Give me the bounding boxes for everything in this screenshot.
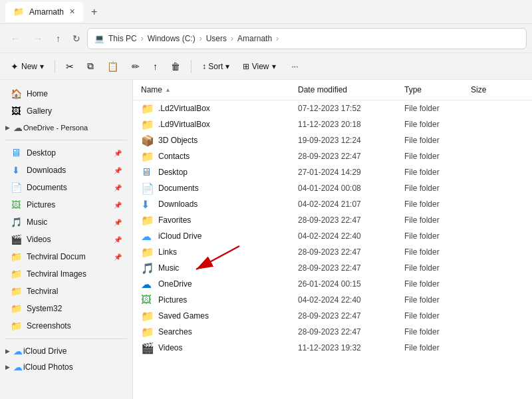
file-date-text: 28-09-2023 22:47: [298, 215, 404, 225]
sidebar-techviral-label: Techviral: [27, 287, 122, 296]
col-date-header[interactable]: Date modified: [298, 82, 404, 97]
more-icon: ···: [292, 62, 299, 71]
cut-button[interactable]: ✂: [61, 58, 79, 75]
file-date-text: 04-02-2024 22:40: [298, 231, 404, 241]
table-row[interactable]: 🎵 Music 28-09-2023 22:47 File folder: [133, 260, 532, 276]
file-name-text: Downloads: [158, 200, 198, 209]
table-row[interactable]: 📦 3D Objects 19-09-2023 12:24 File folde…: [133, 132, 532, 148]
file-type-icon: 📁: [141, 310, 153, 322]
file-type-text: File folder: [404, 136, 471, 145]
sidebar-divider-1: [5, 140, 127, 140]
delete-button[interactable]: 🗑: [166, 58, 186, 75]
file-type-text: File folder: [404, 343, 471, 352]
icloud-photos-expand-icon: ▶: [5, 364, 10, 370]
sidebar-gallery-label: Gallery: [27, 106, 122, 116]
sort-button[interactable]: ↕ Sort ▾: [197, 59, 235, 74]
table-row[interactable]: 📄 Documents 04-01-2024 00:08 File folder: [133, 180, 532, 196]
up-button[interactable]: ↑: [51, 29, 66, 48]
sidebar-home-label: Home: [27, 89, 122, 98]
file-name-text: Videos: [158, 343, 182, 352]
table-row[interactable]: 🖼 Pictures 04-02-2024 22:40 File folder: [133, 292, 532, 308]
file-type-text: File folder: [404, 152, 471, 161]
table-row[interactable]: 📁 .Ld9VirtualBox 11-12-2023 20:18 File f…: [133, 116, 532, 132]
icloud-drive-icon: ☁: [13, 346, 23, 356]
refresh-button[interactable]: ↻: [68, 29, 84, 48]
sidebar-item-documents[interactable]: 📄 Documents 📌: [3, 179, 130, 196]
toolbar-separator-1: [55, 60, 55, 73]
active-tab[interactable]: 📁 Amarnath ✕: [5, 2, 83, 22]
view-button[interactable]: ⊞ View ▾: [237, 59, 281, 74]
paste-button[interactable]: 📋: [102, 58, 124, 75]
table-row[interactable]: 📁 .Ld2VirtualBox 07-12-2023 17:52 File f…: [133, 100, 532, 116]
music-icon: 🎵: [11, 217, 21, 227]
file-type-text: File folder: [404, 168, 471, 177]
file-name-text: iCloud Drive: [158, 231, 201, 241]
col-type-header[interactable]: Type: [404, 82, 471, 97]
copy-button[interactable]: ⧉: [82, 57, 99, 75]
table-row[interactable]: 📁 Links 28-09-2023 22:47 File folder: [133, 244, 532, 260]
table-row[interactable]: ☁ iCloud Drive 04-02-2024 22:40 File fol…: [133, 228, 532, 244]
sidebar-icloud-header[interactable]: ▶ ☁ iCloud Drive: [0, 343, 132, 359]
file-type-icon: 📁: [141, 150, 153, 162]
tab-title: Amarnath: [29, 7, 64, 17]
sidebar-item-gallery[interactable]: 🖼 Gallery: [3, 102, 130, 120]
breadcrumb-drive: Windows (C:): [148, 34, 196, 43]
table-row[interactable]: ⬇ Downloads 04-02-2024 21:07 File folder: [133, 196, 532, 212]
table-row[interactable]: 📁 Favorites 28-09-2023 22:47 File folder: [133, 212, 532, 228]
new-button[interactable]: ✦ New ▾: [5, 58, 49, 75]
col-name-header[interactable]: Name ▲: [141, 82, 298, 97]
sidebar-music-label: Music: [27, 217, 108, 227]
file-type-text: File folder: [404, 120, 471, 129]
back-button[interactable]: ←: [5, 29, 25, 48]
toolbar: ✦ New ▾ ✂ ⧉ 📋 ✏ ↑ 🗑 ↕ Sort ▾ ⊞ View ▾ ··…: [0, 53, 532, 80]
downloads-pin-icon: 📌: [114, 167, 122, 174]
table-row[interactable]: 📁 Saved Games 28-09-2023 22:47 File fold…: [133, 308, 532, 324]
sidebar-item-techviral-images[interactable]: 📁 Techviral Images: [3, 265, 130, 283]
table-row[interactable]: ☁ OneDrive 26-01-2024 00:15 File folder: [133, 276, 532, 292]
file-date-text: 04-02-2024 22:40: [298, 295, 404, 305]
table-row[interactable]: 📁 Searches 28-09-2023 22:47 File folder: [133, 324, 532, 340]
new-icon: ✦: [11, 61, 19, 72]
sidebar-item-home[interactable]: 🏠 Home: [3, 85, 130, 102]
file-date-text: 28-09-2023 22:47: [298, 311, 404, 321]
onedrive-icon: ☁: [13, 122, 23, 133]
new-tab-button[interactable]: +: [86, 3, 102, 21]
forward-button[interactable]: →: [28, 29, 48, 48]
file-type-icon: 📦: [141, 134, 153, 146]
tab-close-button[interactable]: ✕: [69, 7, 75, 16]
home-icon: 🏠: [11, 88, 21, 99]
sidebar-item-downloads[interactable]: ⬇ Downloads 📌: [3, 162, 130, 179]
rename-button[interactable]: ✏: [126, 58, 145, 75]
pictures-icon: 🖼: [11, 200, 21, 210]
sidebar-item-music[interactable]: 🎵 Music 📌: [3, 213, 130, 231]
sidebar-item-techviral[interactable]: 📁 Techviral: [3, 283, 130, 300]
sidebar-item-desktop[interactable]: 🖥 Desktop 📌: [3, 144, 130, 162]
file-date-text: 27-01-2024 14:29: [298, 168, 404, 177]
file-date-text: 28-09-2023 22:47: [298, 263, 404, 273]
sidebar-item-pictures[interactable]: 🖼 Pictures 📌: [3, 196, 130, 213]
file-type-icon: 🎵: [141, 262, 153, 274]
sidebar-item-videos[interactable]: 🎬 Videos 📌: [3, 231, 130, 248]
techviral-docum-icon: 📁: [11, 251, 21, 262]
table-row[interactable]: 🖥 Desktop 27-01-2024 14:29 File folder: [133, 164, 532, 180]
file-name-text: Saved Games: [158, 311, 209, 321]
more-button[interactable]: ···: [287, 59, 304, 74]
cut-icon: ✂: [66, 61, 74, 72]
sidebar: 🏠 Home 🖼 Gallery ▶ ☁ OneDrive - Persona …: [0, 80, 133, 399]
sidebar-icloud-photos-header[interactable]: ▶ ☁ iCloud Photos: [0, 359, 132, 375]
share-button[interactable]: ↑: [148, 58, 163, 75]
sidebar-item-techviral-docum[interactable]: 📁 Techviral Docum 📌: [3, 248, 130, 265]
col-size-header[interactable]: Size: [471, 82, 524, 97]
table-row[interactable]: 📁 Contacts 28-09-2023 22:47 File folder: [133, 148, 532, 164]
table-row[interactable]: 🎬 Videos 11-12-2023 19:32 File folder: [133, 340, 532, 356]
sort-label: ↕ Sort: [202, 62, 223, 71]
view-chevron: ▾: [272, 62, 276, 71]
sidebar-item-screenshots[interactable]: 📁 Screenshots: [3, 317, 130, 334]
sidebar-onedrive-header[interactable]: ▶ ☁ OneDrive - Persona: [0, 120, 132, 136]
address-bar[interactable]: 💻 This PC › Windows (C:) › Users › Amarn…: [87, 28, 527, 49]
file-type-icon: 📁: [141, 214, 153, 226]
file-type-text: File folder: [404, 295, 471, 305]
file-type-text: File folder: [404, 327, 471, 336]
sidebar-item-system32[interactable]: 📁 System32: [3, 300, 130, 317]
file-type-text: File folder: [404, 215, 471, 225]
